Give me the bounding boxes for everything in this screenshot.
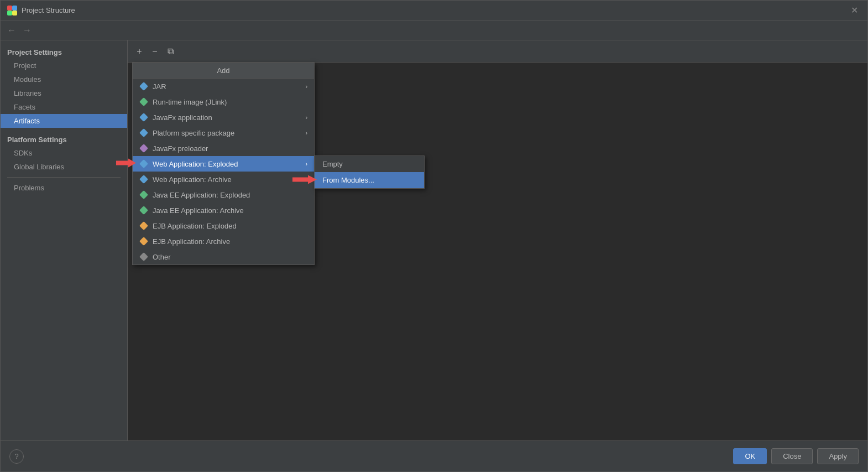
web-exploded-icon xyxy=(139,159,148,168)
submenu-item-empty[interactable]: Empty xyxy=(315,156,424,172)
sidebar-item-global-libraries[interactable]: Global Libraries xyxy=(1,160,127,174)
sidebar-item-facets[interactable]: Facets xyxy=(1,100,127,114)
close-dialog-button[interactable]: Close xyxy=(771,448,813,464)
sidebar-item-project[interactable]: Project xyxy=(1,59,127,72)
java-ee-exploded-icon xyxy=(139,190,148,199)
title-bar: Project Structure ✕ xyxy=(1,1,867,20)
dropdown-item-runtime[interactable]: Run-time image (JLink) xyxy=(133,94,314,110)
forward-button[interactable]: → xyxy=(20,24,34,37)
dropdown-header: Add xyxy=(133,63,314,79)
dropdown-item-web-archive[interactable]: Web Application: Archive xyxy=(133,172,314,187)
arrow-icon: › xyxy=(306,161,307,167)
sidebar: Project Settings Project Modules Librari… xyxy=(1,40,128,440)
svg-rect-1 xyxy=(12,6,17,11)
svg-rect-7 xyxy=(139,128,148,137)
svg-rect-4 xyxy=(139,82,148,91)
web-archive-icon xyxy=(139,175,148,184)
bottom-bar: ? OK Close Apply xyxy=(1,440,867,471)
other-icon xyxy=(139,252,148,261)
ejb-exploded-icon xyxy=(139,221,148,230)
svg-rect-15 xyxy=(139,221,148,230)
dropdown-item-jar[interactable]: JAR › xyxy=(133,79,314,94)
svg-rect-3 xyxy=(12,11,17,15)
arrow-icon: › xyxy=(306,130,307,136)
nav-bar: ← → xyxy=(1,20,867,40)
help-button[interactable]: ? xyxy=(9,449,24,464)
svg-rect-13 xyxy=(139,190,148,199)
sidebar-item-modules[interactable]: Modules xyxy=(1,72,127,86)
sidebar-item-sdks[interactable]: SDKs xyxy=(1,146,127,160)
ok-button[interactable]: OK xyxy=(733,448,767,464)
runtime-icon xyxy=(139,97,148,106)
svg-rect-2 xyxy=(7,11,12,15)
svg-rect-8 xyxy=(139,144,148,153)
project-settings-label: Project Settings xyxy=(1,45,127,59)
svg-rect-14 xyxy=(139,206,148,215)
sidebar-divider xyxy=(7,177,121,178)
dropdown-menu: Add JAR › Run-time image xyxy=(132,63,315,265)
dropdown-item-javafx-app[interactable]: JavaFx application › xyxy=(133,110,314,125)
submenu: Empty From Modules... xyxy=(314,155,425,189)
dropdown-item-ejb-archive[interactable]: EJB Application: Archive xyxy=(133,234,314,249)
main-content: Project Settings Project Modules Librari… xyxy=(1,40,867,440)
platform-icon xyxy=(139,128,148,137)
dropdown-item-ejb-exploded[interactable]: EJB Application: Exploded xyxy=(133,218,314,234)
submenu-item-from-modules[interactable]: From Modules... xyxy=(315,172,424,188)
content-area: + − ⧉ Add JAR › xyxy=(128,40,867,440)
platform-settings-label: Platform Settings xyxy=(1,132,127,146)
bottom-left: ? xyxy=(9,449,729,464)
toolbar: + − ⧉ xyxy=(128,40,867,63)
preloader-icon xyxy=(139,144,148,153)
back-button[interactable]: ← xyxy=(5,24,18,37)
sidebar-item-libraries[interactable]: Libraries xyxy=(1,86,127,100)
jar-icon xyxy=(139,82,148,91)
dropdown-item-java-ee-archive[interactable]: Java EE Application: Archive xyxy=(133,203,314,218)
sidebar-item-artifacts[interactable]: Artifacts xyxy=(1,114,127,128)
arrow-icon: › xyxy=(306,115,307,121)
project-structure-dialog: Project Structure ✕ ← → Project Settings… xyxy=(0,0,868,472)
svg-rect-6 xyxy=(139,113,148,122)
app-icon xyxy=(7,6,17,15)
svg-rect-12 xyxy=(139,175,148,184)
add-button[interactable]: + xyxy=(132,44,147,59)
add-dropdown: Add JAR › Run-time image xyxy=(132,63,315,265)
arrow-icon: › xyxy=(306,84,307,90)
svg-rect-16 xyxy=(139,237,148,246)
svg-rect-5 xyxy=(139,97,148,106)
remove-button[interactable]: − xyxy=(148,44,162,59)
dropdown-item-web-exploded[interactable]: Web Application: Exploded › Empty xyxy=(133,156,314,172)
sidebar-item-problems[interactable]: Problems xyxy=(1,181,127,195)
javafx-icon xyxy=(139,113,148,122)
ejb-archive-icon xyxy=(139,237,148,246)
dialog-title: Project Structure xyxy=(22,6,848,14)
dropdown-item-java-ee-exploded[interactable]: Java EE Application: Exploded xyxy=(133,187,314,203)
svg-rect-17 xyxy=(139,252,148,261)
apply-button[interactable]: Apply xyxy=(817,448,859,464)
close-button[interactable]: ✕ xyxy=(848,4,861,17)
svg-rect-9 xyxy=(139,159,148,168)
java-ee-archive-icon xyxy=(139,206,148,215)
copy-button[interactable]: ⧉ xyxy=(163,44,177,59)
dropdown-item-javafx-preloader[interactable]: JavaFx preloader xyxy=(133,141,314,156)
dropdown-item-other[interactable]: Other xyxy=(133,249,314,264)
dropdown-item-platform-package[interactable]: Platform specific package › xyxy=(133,125,314,141)
svg-rect-0 xyxy=(7,6,12,11)
